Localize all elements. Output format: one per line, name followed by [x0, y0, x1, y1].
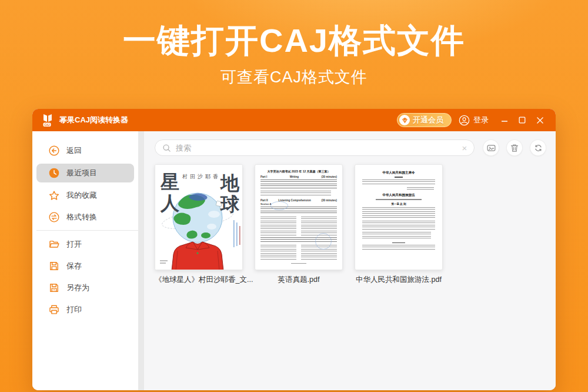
login-button[interactable]: 登录	[459, 115, 489, 126]
document-grid: 星 人 地 球 村田沙耶香 《地球星人》村田沙耶香_文...	[155, 164, 546, 285]
blue-stamp	[270, 201, 288, 210]
back-arrow-circle-icon	[48, 145, 60, 157]
floppy-disk-plus-icon	[48, 282, 60, 294]
law-page-art: 中华人民共和国主席令 中华人民共和国旅游法 第一章 总 则	[355, 165, 442, 270]
svg-text:村田沙耶香: 村田沙耶香	[182, 174, 220, 180]
window-controls	[496, 112, 549, 128]
sidebar-item-back[interactable]: 返回	[36, 142, 134, 160]
svg-text:球: 球	[220, 194, 240, 215]
banner-subtitle: 可查看CAJ格式文件	[0, 67, 588, 88]
sidebar-item-label: 格式转换	[66, 212, 97, 222]
app-window: CAJ 幂果CAJ阅读转换器 开通会员	[32, 109, 556, 390]
svg-text:CAJ: CAJ	[44, 124, 50, 127]
document-caption: 《地球星人》村田沙耶香_文...	[155, 275, 243, 285]
document-thumbnail-english-exam[interactable]: 大学英语六级考试 2023 年 12 月真题（第三套） Part I Writi…	[255, 164, 343, 270]
sidebar-divider	[36, 230, 138, 231]
book-cover-art: 星 人 地 球 村田沙耶香	[155, 165, 243, 270]
sidebar-item-open[interactable]: 打开	[36, 235, 134, 253]
sidebar-item-favorites[interactable]: 我的收藏	[36, 187, 134, 204]
printer-icon	[48, 304, 60, 315]
document-item: 中华人民共和国主席令 中华人民共和国旅游法 第一章 总 则	[355, 164, 443, 285]
close-icon	[536, 117, 544, 124]
folder-open-icon	[48, 238, 60, 250]
search-input[interactable]	[176, 144, 457, 152]
document-caption: 中华人民共和国旅游法.pdf	[355, 275, 443, 285]
close-button[interactable]	[531, 112, 549, 128]
sidebar-item-convert[interactable]: 格式转换	[36, 208, 134, 226]
image-preview-button[interactable]	[483, 139, 499, 156]
app-title: 幂果CAJ阅读转换器	[59, 115, 128, 125]
sidebar-item-label: 返回	[66, 145, 82, 156]
sidebar-item-label: 我的收藏	[66, 190, 97, 201]
clock-icon	[48, 167, 60, 179]
search-box: ×	[155, 139, 475, 156]
sidebar-item-save-as[interactable]: 另存为	[36, 279, 134, 297]
open-vip-button[interactable]: 开通会员	[397, 113, 452, 127]
window-body: 返回 最近项目	[32, 131, 556, 390]
refresh-icon	[534, 144, 543, 152]
exam-page-art: 大学英语六级考试 2023 年 12 月真题（第三套） Part I Writi…	[255, 165, 342, 270]
sidebar-item-label: 另存为	[66, 283, 89, 293]
document-thumbnail-tourism-law[interactable]: 中华人民共和国主席令 中华人民共和国旅游法 第一章 总 则	[355, 164, 443, 270]
sidebar-item-label: 打开	[66, 239, 82, 250]
delete-button[interactable]	[506, 139, 523, 156]
vip-diamond-icon	[399, 115, 410, 125]
minimize-icon	[501, 117, 508, 124]
refresh-button[interactable]	[530, 139, 546, 156]
vip-label: 开通会员	[413, 115, 443, 125]
svg-text:星: 星	[160, 171, 179, 192]
main-content: ×	[144, 131, 556, 390]
document-thumbnail-earthlings[interactable]: 星 人 地 球 村田沙耶香	[155, 164, 243, 270]
minimize-button[interactable]	[496, 112, 513, 128]
floppy-disk-icon	[48, 260, 60, 272]
svg-text:人: 人	[160, 192, 180, 214]
promo-page: 一键打开CAJ格式文件 可查看CAJ格式文件 CAJ 幂果CAJ阅读转换器	[0, 0, 588, 392]
svg-text:地: 地	[220, 172, 240, 194]
sidebar-item-print[interactable]: 打印	[36, 301, 134, 318]
titlebar: CAJ 幂果CAJ阅读转换器 开通会员	[32, 109, 556, 131]
user-icon	[459, 115, 470, 126]
toolbar: ×	[155, 139, 546, 156]
app-logo-icon: CAJ	[41, 112, 55, 128]
sidebar: 返回 最近项目	[32, 131, 138, 390]
search-icon	[162, 144, 171, 152]
blue-stamp	[315, 233, 332, 250]
star-icon	[48, 190, 60, 201]
document-item: 大学英语六级考试 2023 年 12 月真题（第三套） Part I Writi…	[255, 164, 343, 285]
sidebar-item-label: 打印	[66, 304, 82, 315]
document-caption: 英语真题.pdf	[255, 275, 343, 285]
sidebar-item-save[interactable]: 保存	[36, 257, 134, 275]
image-preview-icon	[487, 144, 496, 152]
document-item: 星 人 地 球 村田沙耶香 《地球星人》村田沙耶香_文...	[155, 164, 243, 285]
sidebar-item-label: 保存	[66, 261, 82, 271]
sidebar-item-label: 最近项目	[66, 168, 97, 178]
maximize-button[interactable]	[513, 112, 531, 128]
banner-title: 一键打开CAJ格式文件	[0, 19, 588, 64]
maximize-icon	[519, 117, 526, 124]
sidebar-item-recent[interactable]: 最近项目	[36, 164, 134, 182]
swap-arrows-circle-icon	[48, 211, 60, 223]
login-label: 登录	[473, 115, 489, 125]
trash-icon	[510, 144, 519, 152]
clear-search-icon[interactable]: ×	[462, 144, 467, 152]
